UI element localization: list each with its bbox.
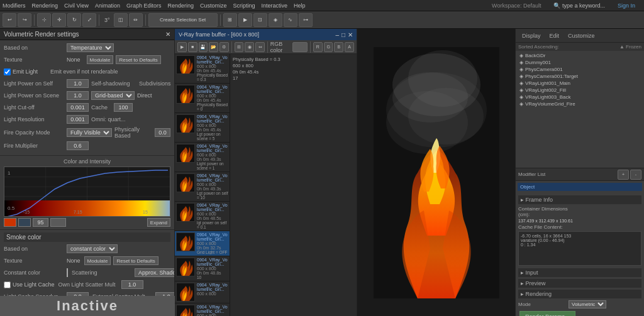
physically-based-input[interactable]	[155, 128, 170, 137]
undo-button[interactable]: ↩	[3, 13, 16, 27]
scale-button[interactable]: ⤢	[82, 13, 96, 27]
input-group[interactable]: ▸ Input	[518, 268, 641, 277]
vray-play-button[interactable]: ▶	[177, 42, 187, 52]
use-light-cache-checkbox[interactable]	[4, 281, 11, 288]
mirror-button[interactable]: ⇔	[129, 13, 143, 27]
vray-save-button[interactable]: 💾	[199, 42, 208, 52]
vray-stop-button[interactable]: ■	[188, 42, 197, 52]
tree-item[interactable]: ◈ Dummy001	[517, 59, 643, 66]
based-on-select[interactable]: Temperature	[67, 43, 114, 52]
render-button[interactable]: ▶	[238, 13, 252, 27]
reset-defaults-button[interactable]: Reset to Defaults	[116, 55, 160, 64]
vray-btn4[interactable]: A	[345, 42, 354, 52]
edit-tab[interactable]: Edit	[546, 31, 564, 40]
material-editor-button[interactable]: ◈	[269, 13, 282, 27]
modifier-btn1[interactable]: +	[618, 170, 629, 180]
vray-compare-button[interactable]: ⇔	[255, 42, 265, 52]
menu-graph-editors[interactable]: Graph Editors	[126, 3, 162, 9]
tree-item[interactable]: ◈ VRayLight002_Fill	[517, 87, 643, 94]
menu-civil-view[interactable]: Civil View	[64, 3, 89, 9]
preview-item[interactable]: 0904_VRay_Volumetric_Gri... 600 x 800 0h…	[175, 256, 230, 281]
vray-region-button[interactable]: ⊞	[235, 42, 244, 52]
panel-close-icon[interactable]: ✕	[165, 31, 170, 38]
smoke-based-on-select[interactable]: constant color	[67, 244, 118, 253]
rotate-button[interactable]: ↻	[67, 13, 81, 27]
tree-item[interactable]: ◈ VRayLight003_Back	[517, 94, 643, 101]
preview-item[interactable]: 0904_VRay_Volumetric_Gri... 600 x 800 0h…	[175, 172, 230, 202]
rendering-group[interactable]: ▸ Rendering	[518, 290, 641, 298]
modifier-btn2[interactable]: -	[630, 170, 641, 180]
tree-item[interactable]: ◈ BackGDr	[517, 52, 643, 59]
menu-modifiers[interactable]: Modifiers	[3, 3, 26, 9]
expand-button[interactable]: Expand	[147, 218, 170, 227]
tree-item[interactable]: ◈ VRayVolumeGrid_Fire	[517, 101, 643, 107]
preview-item[interactable]: 0904_VRay_Volumetric_Gri... 600 x 800 0h…	[175, 113, 230, 143]
gradient-value-input2[interactable]	[50, 218, 66, 227]
menu-interactive[interactable]: Interactive	[262, 3, 288, 9]
preview-item[interactable]: 0904_VRay_Volumetric_Gri... 600 x 800	[175, 281, 230, 303]
color-box-1[interactable]	[4, 218, 16, 227]
vray-settings-button[interactable]: ⚙	[219, 42, 229, 52]
tree-item[interactable]: ◈ VRayLight001_Main	[517, 80, 643, 87]
tree-item[interactable]: ◈ PhysCamera001:Target	[517, 73, 643, 80]
frame-info-group[interactable]: ▸ Frame Info	[518, 195, 641, 204]
create-selection-button[interactable]: Create Selection Set	[148, 13, 218, 27]
vray-btn3[interactable]: B	[334, 42, 343, 52]
preview-group[interactable]: ▸ Preview	[518, 279, 641, 288]
select-button[interactable]: ⊹	[37, 13, 51, 27]
schematic-view-button[interactable]: ⊶	[299, 13, 313, 27]
render-params-button[interactable]: Render Params...	[519, 311, 575, 316]
color-box-2[interactable]	[18, 218, 31, 227]
redo-button[interactable]: ↪	[18, 13, 31, 27]
gradient-value-input[interactable]	[33, 218, 48, 227]
move-button[interactable]: ✛	[52, 13, 66, 27]
vray-btn1[interactable]: R	[313, 42, 323, 52]
preview-item[interactable]: 0904_VRay_Volumetric_Gri... 600 x 800 0h…	[175, 202, 230, 231]
fire-multiplier-input[interactable]	[67, 141, 89, 150]
vray-color-swatch[interactable]	[292, 42, 308, 52]
display-tab[interactable]: Display	[518, 31, 545, 40]
fire-opacity-select[interactable]: Fully Visible	[67, 128, 112, 137]
preview-item[interactable]: 0904_VRay_Volumetric_Gri... 600 x 800 0h…	[175, 84, 230, 113]
vray-minimize-icon[interactable]: –	[335, 31, 339, 38]
preview-item[interactable]: 0904_VRay_Volumetric_Gri... 600 x 800 0h…	[175, 303, 230, 316]
vray-close-icon[interactable]: ✕	[348, 31, 353, 38]
render-frame-button[interactable]: ⊡	[253, 13, 267, 27]
grid-based-select[interactable]: Grid-based	[91, 91, 135, 100]
menu-customize[interactable]: Customize	[200, 3, 227, 9]
signin-link[interactable]: Sign In	[618, 3, 635, 9]
scene-tree[interactable]: ◈ BackGDr◈ Dummy001◈ PhysCamera001◈ Phys…	[516, 51, 644, 168]
snap-button[interactable]: ◫	[114, 13, 128, 27]
menu-animation[interactable]: Animation	[95, 3, 120, 9]
menu-scripting[interactable]: Scripting	[233, 3, 255, 9]
preview-item[interactable]: 0904_VRay_Volumetric_Gri... 600 x 800 0h…	[175, 231, 230, 256]
mode-select[interactable]: Volumetric	[569, 300, 606, 308]
smoke-reset-button[interactable]: Reset to Defaults	[113, 256, 158, 265]
vray-open-button[interactable]: 📂	[209, 42, 218, 52]
smoke-modulate-button[interactable]: Modulate	[84, 256, 111, 265]
curve-editor-button[interactable]: ∿	[284, 13, 297, 27]
own-scatter-input[interactable]	[121, 280, 143, 289]
emit-light-checkbox[interactable]	[4, 68, 11, 75]
light-power-scene-input[interactable]	[67, 91, 89, 100]
menu-help[interactable]: Help	[294, 3, 306, 9]
cache-input[interactable]	[114, 103, 133, 112]
preview-item[interactable]: 0904_VRay_Volumetric_Gri... 600 x 800 0h…	[175, 143, 230, 172]
search-field[interactable]: 🔍 type a keyword...	[553, 3, 605, 9]
tree-item[interactable]: ◈ PhysCamera001	[517, 66, 643, 73]
light-cutoff-input[interactable]	[67, 103, 89, 112]
vray-maximize-icon[interactable]: □	[341, 31, 345, 38]
vray-display-button[interactable]: ◉	[245, 42, 254, 52]
gradient-graph[interactable]: 1 0.5 -15 7.15 15	[4, 166, 170, 217]
grid-res-input[interactable]	[67, 115, 89, 124]
preview-item[interactable]: 0904_VRay_Volumetric_Gri... 600 x 800 0h…	[175, 54, 230, 84]
render-setup-button[interactable]: ⊞	[223, 13, 237, 27]
vray-btn2[interactable]: G	[324, 42, 333, 52]
constant-color-swatch[interactable]	[67, 268, 68, 277]
customize-tab[interactable]: Customize	[564, 31, 599, 40]
preview-list[interactable]: 0904_VRay_Volumetric_Gri... 600 x 800 0h…	[175, 54, 230, 316]
scattering-select[interactable]: Approx. Shadows...	[135, 268, 175, 277]
menu-rendering[interactable]: Rendering	[32, 3, 58, 9]
menu-rendering2[interactable]: Rendering	[167, 3, 194, 9]
light-power-self-input[interactable]	[67, 79, 89, 88]
